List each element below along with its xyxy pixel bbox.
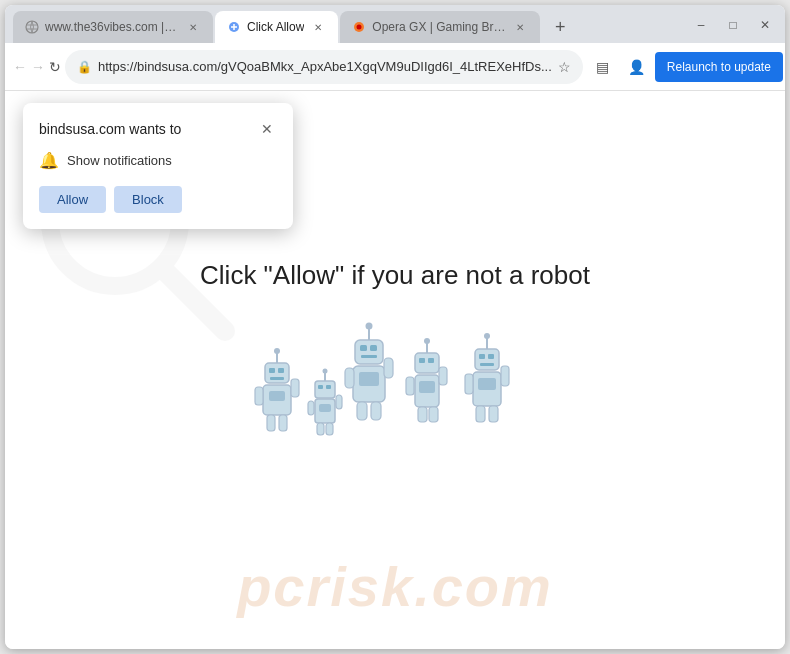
svg-rect-55 [479,354,485,359]
svg-rect-37 [345,368,354,388]
svg-rect-26 [336,395,342,409]
main-heading: Click "Allow" if you are not a robot [200,260,590,291]
svg-rect-34 [361,355,377,358]
svg-point-0 [26,21,38,33]
tab-3[interactable]: Opera GX | Gaming Browse ✕ [340,11,540,43]
svg-rect-50 [418,407,427,422]
toolbar: ← → ↻ 🔒 https://bindsusa.com/gVQoaBMkx_A… [5,43,785,91]
svg-rect-48 [406,377,414,395]
svg-rect-36 [359,372,379,386]
svg-rect-25 [308,401,314,415]
sidebar-toggle-button[interactable]: ▤ [587,51,619,83]
svg-point-7 [274,348,280,354]
block-button[interactable]: Block [114,186,182,213]
toolbar-actions: ▤ 👤 Relaunch to update ⋮ [587,51,785,83]
svg-point-30 [366,322,373,329]
svg-rect-10 [278,368,284,373]
svg-rect-49 [439,367,447,385]
robots-illustration [245,321,545,481]
svg-rect-60 [465,374,473,394]
svg-rect-40 [371,402,381,420]
svg-rect-33 [370,345,377,351]
reload-icon: ↻ [49,59,61,75]
svg-rect-43 [415,353,439,373]
permission-row: 🔔 Show notifications [39,151,277,170]
tab-3-close[interactable]: ✕ [512,19,528,35]
svg-rect-15 [291,379,299,397]
profile-icon: 👤 [628,59,645,75]
svg-rect-24 [319,404,331,412]
svg-rect-47 [419,381,435,393]
reload-button[interactable]: ↻ [49,51,61,83]
maximize-button[interactable]: □ [721,13,745,37]
allow-button[interactable]: Allow [39,186,106,213]
svg-rect-44 [419,358,425,363]
forward-button[interactable]: → [31,51,45,83]
tab-1-close[interactable]: ✕ [185,19,201,35]
svg-rect-27 [317,423,324,435]
back-button[interactable]: ← [13,51,27,83]
tab-2[interactable]: Click Allow ✕ [215,11,338,43]
profile-button[interactable]: 👤 [621,51,653,83]
notification-label: Show notifications [67,153,172,168]
popup-close-button[interactable]: ✕ [257,119,277,139]
svg-point-3 [357,25,362,30]
browser-window: www.the36vibes.com | 521: ✕ Click Allow … [5,5,785,649]
tab-2-close[interactable]: ✕ [310,19,326,35]
svg-rect-59 [478,378,496,390]
tab-2-title: Click Allow [247,20,304,34]
close-icon: ✕ [261,121,273,137]
sidebar-icon: ▤ [596,59,609,75]
close-button[interactable]: ✕ [753,13,777,37]
bell-icon: 🔔 [39,151,59,170]
lock-icon: 🔒 [77,60,92,74]
back-icon: ← [13,59,27,75]
add-tab-button[interactable]: + [546,13,574,41]
svg-rect-56 [488,354,494,359]
svg-point-42 [424,338,430,344]
svg-rect-54 [475,349,499,370]
tab-bar: www.the36vibes.com | 521: ✕ Click Allow … [5,5,785,43]
svg-rect-39 [357,402,367,420]
svg-point-53 [484,333,490,339]
svg-rect-57 [480,363,494,366]
svg-rect-13 [269,391,285,401]
svg-rect-62 [476,406,485,422]
svg-rect-38 [384,358,393,378]
tab-1[interactable]: www.the36vibes.com | 521: ✕ [13,11,213,43]
url-text: https://bindsusa.com/gVQoaBMkx_ApxAbe1Xg… [98,59,552,74]
window-controls: – □ ✕ [689,13,777,43]
tab-3-favicon [352,20,366,34]
svg-rect-31 [355,340,383,364]
popup-title: bindsusa.com wants to [39,121,181,137]
svg-point-19 [323,368,328,373]
svg-rect-16 [267,415,275,431]
popup-header: bindsusa.com wants to ✕ [39,119,277,139]
svg-rect-9 [269,368,275,373]
svg-rect-63 [489,406,498,422]
svg-rect-21 [318,385,323,389]
relaunch-button[interactable]: Relaunch to update [655,52,783,82]
svg-rect-51 [429,407,438,422]
svg-rect-28 [326,423,333,435]
tab-2-favicon [227,20,241,34]
bookmark-icon[interactable]: ☆ [558,59,571,75]
tab-3-title: Opera GX | Gaming Browse [372,20,506,34]
tab-1-title: www.the36vibes.com | 521: [45,20,179,34]
svg-rect-32 [360,345,367,351]
address-bar[interactable]: 🔒 https://bindsusa.com/gVQoaBMkx_ApxAbe1… [65,50,583,84]
svg-rect-17 [279,415,287,431]
minimize-button[interactable]: – [689,13,713,37]
popup-actions: Allow Block [39,186,277,213]
svg-rect-22 [326,385,331,389]
svg-rect-11 [270,377,284,380]
svg-rect-61 [501,366,509,386]
svg-rect-14 [255,387,263,405]
permission-popup: bindsusa.com wants to ✕ 🔔 Show notificat… [23,103,293,229]
page-content: bindsusa.com wants to ✕ 🔔 Show notificat… [5,91,785,649]
forward-icon: → [31,59,45,75]
robot-group-svg [245,321,545,481]
tab-1-favicon [25,20,39,34]
svg-rect-20 [315,381,335,398]
svg-rect-45 [428,358,434,363]
